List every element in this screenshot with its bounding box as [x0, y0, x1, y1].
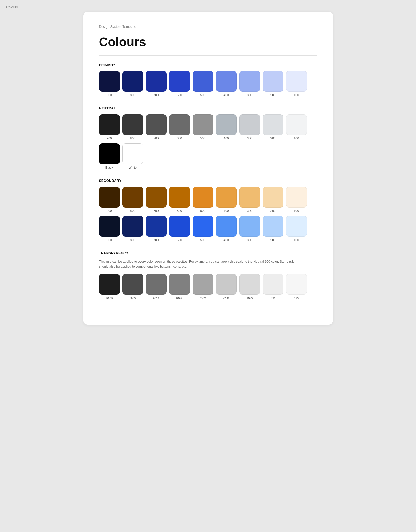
swatch-label: 700	[153, 93, 159, 97]
color-item: 80%	[122, 274, 143, 300]
neutral-section: NEUTRAL 900800700600500400300200100 Blac…	[99, 106, 317, 169]
swatch-label: 300	[247, 209, 252, 213]
color-item: 800	[122, 71, 143, 97]
swatch-label: 200	[270, 137, 275, 140]
color-item: 400	[216, 114, 237, 140]
transparency-label: TRANSPARENCY	[99, 251, 317, 255]
swatch-label: 900	[107, 238, 112, 242]
color-item: 900	[99, 114, 120, 140]
color-swatch	[239, 187, 260, 208]
color-item: 16%	[239, 274, 260, 300]
swatch-label: 64%	[153, 296, 159, 300]
swatch-label: 500	[200, 209, 205, 213]
swatch-label: 500	[200, 238, 205, 242]
color-item: 900	[99, 71, 120, 97]
color-swatch	[99, 274, 120, 295]
color-item: 500	[193, 216, 213, 242]
color-swatch	[239, 274, 260, 295]
primary-color-row: 900800700600500400300200100	[99, 71, 317, 97]
swatch-label: 400	[223, 238, 229, 242]
neutral-color-row: 900800700600500400300200100	[99, 114, 317, 140]
swatch-label: 700	[153, 238, 159, 242]
color-swatch	[193, 187, 213, 208]
color-swatch	[263, 187, 283, 208]
swatch-label: 900	[107, 93, 112, 97]
swatch-label: 900	[107, 209, 112, 213]
swatch-label: 600	[177, 93, 182, 97]
neutral-extras-row: BlackWhite	[99, 143, 317, 169]
swatch-label: 100	[294, 137, 299, 140]
color-item: 700	[146, 114, 167, 140]
color-item: 800	[122, 187, 143, 213]
transparency-section: TRANSPARENCY This rule can be applied to…	[99, 251, 317, 300]
color-swatch	[286, 71, 307, 92]
color-item: 24%	[216, 274, 237, 300]
swatch-label: 16%	[246, 296, 253, 300]
color-item: 500	[193, 187, 213, 213]
color-item: 400	[216, 187, 237, 213]
color-swatch	[169, 274, 190, 295]
color-swatch	[169, 71, 190, 92]
color-swatch	[263, 216, 283, 237]
color-item: 200	[263, 187, 283, 213]
swatch-label: 900	[107, 137, 112, 140]
color-swatch	[239, 216, 260, 237]
color-swatch	[286, 216, 307, 237]
color-item: 700	[146, 216, 167, 242]
color-swatch	[193, 274, 213, 295]
swatch-label: 800	[130, 93, 135, 97]
color-swatch	[216, 274, 237, 295]
color-swatch	[122, 187, 143, 208]
swatch-label: 56%	[176, 296, 182, 300]
color-item: 500	[193, 114, 213, 140]
color-swatch	[146, 71, 167, 92]
color-swatch	[286, 187, 307, 208]
swatch-label: 400	[223, 93, 229, 97]
color-item: 300	[239, 114, 260, 140]
color-item: White	[122, 143, 143, 169]
color-swatch	[146, 187, 167, 208]
color-item: Black	[99, 143, 120, 169]
color-swatch	[122, 143, 143, 164]
transparency-description: This rule can be applied to every color …	[99, 259, 302, 269]
swatch-label: 40%	[200, 296, 206, 300]
color-item: 400	[216, 71, 237, 97]
color-swatch	[193, 216, 213, 237]
color-item: 200	[263, 114, 283, 140]
color-item: 900	[99, 187, 120, 213]
color-item: 100	[286, 114, 307, 140]
color-item: 100	[286, 71, 307, 97]
primary-section: PRIMARY 900800700600500400300200100	[99, 63, 317, 97]
secondary-blue-row: 900800700600500400300200100	[99, 216, 317, 242]
swatch-label: 100	[294, 93, 299, 97]
color-swatch	[193, 71, 213, 92]
swatch-label: 300	[247, 93, 252, 97]
swatch-label: 400	[223, 137, 229, 140]
color-swatch	[146, 274, 167, 295]
color-swatch	[216, 114, 237, 135]
swatch-label: 200	[270, 238, 275, 242]
swatch-label: 400	[223, 209, 229, 213]
color-swatch	[216, 71, 237, 92]
color-item: 600	[169, 114, 190, 140]
swatch-label: 600	[177, 209, 182, 213]
color-item: 64%	[146, 274, 167, 300]
swatch-label: 200	[270, 93, 275, 97]
color-swatch	[122, 71, 143, 92]
color-swatch	[99, 114, 120, 135]
swatch-label: 80%	[129, 296, 136, 300]
color-swatch	[193, 114, 213, 135]
color-swatch	[99, 71, 120, 92]
swatch-label: 300	[247, 137, 252, 140]
color-item: 4%	[286, 274, 307, 300]
color-item: 200	[263, 216, 283, 242]
color-item: 56%	[169, 274, 190, 300]
swatch-label: Black	[105, 166, 113, 169]
secondary-label: SECONDARY	[99, 179, 317, 183]
color-item: 40%	[193, 274, 213, 300]
color-swatch	[146, 216, 167, 237]
swatch-label: 500	[200, 137, 205, 140]
color-item: 800	[122, 216, 143, 242]
color-item: 100%	[99, 274, 120, 300]
color-swatch	[122, 114, 143, 135]
